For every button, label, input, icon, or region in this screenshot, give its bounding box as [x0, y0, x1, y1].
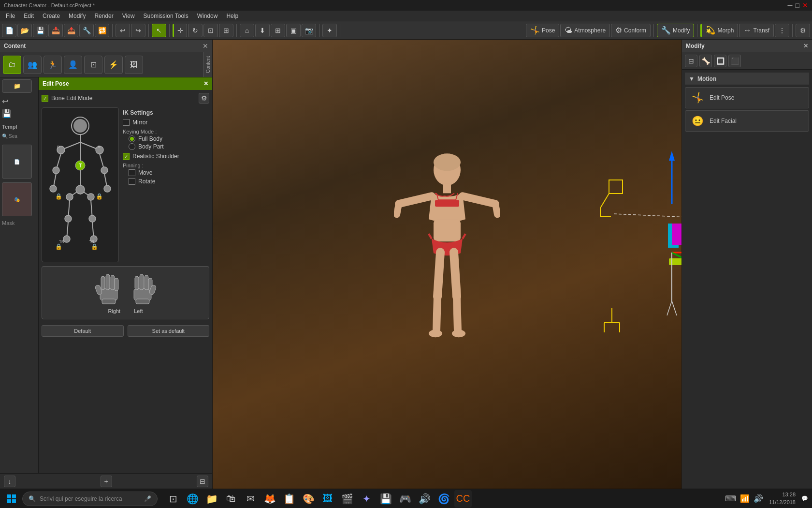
edit-pose-close[interactable]: ✕ — [203, 80, 208, 87]
props-tab[interactable]: 👤 — [64, 56, 82, 74]
move-pin-checkbox[interactable] — [129, 169, 135, 176]
docs-btn[interactable]: 📋 — [280, 490, 298, 508]
taskbar-search[interactable]: 🔍 Scrivi qui per eseguire la ricerca 🎤 — [22, 492, 158, 506]
import-btn[interactable]: 📥 — [48, 24, 63, 37]
bone-edit-gear[interactable]: ⚙ — [199, 93, 209, 104]
hair-tab[interactable]: ⊡ — [84, 56, 102, 74]
transf-btn[interactable]: ↔ Transf — [739, 24, 774, 37]
atmosphere-btn[interactable]: 🌤 Atmosphere — [560, 24, 610, 37]
pose-btn[interactable]: 🤸 Pose — [526, 24, 559, 37]
select-btn[interactable]: ↖ — [152, 24, 166, 37]
vertical-content-tab[interactable]: Content — [203, 52, 212, 77]
conform-btn[interactable]: ⚙ Conform — [611, 24, 651, 37]
ai-btn[interactable]: 🎨 — [300, 490, 317, 508]
bone-edit-checkbox[interactable]: ✓ — [42, 95, 48, 102]
frame-all-btn[interactable]: ▣ — [286, 24, 301, 37]
modify-bones-btn[interactable]: 🦴 — [699, 55, 712, 67]
menu-help[interactable]: Help — [222, 12, 242, 20]
browser2-btn[interactable]: 🦊 — [261, 490, 278, 508]
ps-btn[interactable]: 🖼 — [319, 490, 336, 508]
mail-btn[interactable]: ✉ — [242, 490, 259, 508]
home-view-btn[interactable]: ⌂ — [240, 24, 254, 37]
save-small-btn[interactable]: 💾 — [2, 109, 12, 118]
menu-edit[interactable]: Edit — [20, 12, 38, 20]
layers-btn[interactable]: ⊟ — [197, 476, 208, 487]
viewport[interactable] — [213, 40, 682, 489]
lights-tab[interactable]: ⚡ — [104, 56, 123, 74]
pr-btn[interactable]: 🎬 — [338, 490, 356, 508]
modify-close-btn[interactable]: ✕ — [803, 43, 808, 49]
undo-small-btn[interactable]: ↩ — [2, 97, 8, 106]
menu-modify[interactable]: Modify — [65, 12, 89, 20]
rotate-pin-checkbox[interactable] — [129, 178, 135, 185]
main-toolbar: 📄 📂 💾 📥 📤 🔧 🔁 ↩ ↪ ↖ ✛ ↻ ⊡ ⊞ ⌂ ⬇ ⊞ ▣ 📷 ✦ … — [0, 21, 812, 40]
minimize-btn[interactable]: ─ — [788, 1, 793, 9]
content-inner: 📁 ↩ 💾 Templ 🔍 Sea 📄 🎭 — [0, 77, 212, 473]
maximize-btn[interactable]: □ — [796, 1, 799, 9]
morph-btn[interactable]: 💫 Morph — [700, 24, 738, 37]
content-close-btn[interactable]: ✕ — [203, 42, 208, 50]
undo-btn[interactable]: ↩ — [116, 24, 130, 37]
move-btn[interactable]: ✛ — [173, 24, 187, 37]
task-view-btn[interactable]: ⊡ — [164, 490, 182, 508]
menu-window[interactable]: Window — [193, 12, 222, 20]
realistic-shoulder-checkbox[interactable]: ✓ — [123, 153, 130, 160]
edge-btn[interactable]: 🌐 — [184, 490, 201, 508]
explorer-btn[interactable]: 📁 — [203, 490, 220, 508]
menu-submission-tools[interactable]: Submission Tools — [140, 12, 192, 20]
open-btn[interactable]: 📂 — [17, 24, 32, 37]
vlc-btn[interactable]: 🔊 — [416, 490, 433, 508]
snap-btn[interactable]: ⊞ — [219, 24, 233, 37]
publish-btn[interactable]: 🔧 — [79, 24, 94, 37]
spin-btn[interactable]: 🌀 — [435, 490, 452, 508]
scroll-down-btn[interactable]: ↓ — [4, 476, 15, 487]
svg-line-79 — [614, 214, 682, 219]
render-btn[interactable]: 🔁 — [95, 24, 109, 37]
grid-btn[interactable]: ⊞ — [271, 24, 285, 37]
edit-facial-btn[interactable]: 😐 Edit Facial — [685, 110, 809, 132]
scenes-tab[interactable]: 🗂 — [3, 56, 21, 74]
notification-icon[interactable]: 💬 — [801, 495, 808, 502]
menu-view[interactable]: View — [118, 12, 139, 20]
edit-pose-motion-btn[interactable]: 🤸 Edit Pose — [685, 87, 809, 108]
thumb-1[interactable]: 📄 — [2, 145, 32, 179]
rotate-btn[interactable]: ↻ — [188, 24, 203, 37]
cc-btn[interactable]: CC — [454, 490, 472, 508]
redo-btn[interactable]: ↪ — [131, 24, 145, 37]
add-btn[interactable]: + — [101, 476, 112, 487]
folder-btn[interactable]: 📁 — [2, 79, 32, 93]
new-btn[interactable]: 📄 — [2, 24, 16, 37]
menu-create[interactable]: Create — [39, 12, 64, 20]
scale-btn[interactable]: ⊡ — [203, 24, 218, 37]
settings-btn[interactable]: ⚙ — [796, 24, 810, 37]
close-btn[interactable]: ✕ — [802, 1, 808, 9]
motions-tab[interactable]: 🏃 — [44, 56, 62, 74]
modify-morph-btn[interactable]: 🔳 — [714, 55, 726, 67]
actors-tab[interactable]: 👥 — [23, 56, 42, 74]
extra-btn[interactable]: ⋮ — [775, 24, 789, 37]
store-btn[interactable]: 🛍 — [222, 490, 240, 508]
front-view-btn[interactable]: ⬇ — [255, 24, 270, 37]
light-btn[interactable]: ✦ — [322, 24, 337, 37]
thumb-2[interactable]: 🎭 — [2, 182, 32, 216]
set-default-btn[interactable]: Set as default — [128, 325, 210, 337]
windows-start-btn[interactable] — [4, 491, 19, 507]
modify-btn[interactable]: 🔧 Modify — [657, 24, 694, 37]
window-controls[interactable]: ─ □ ✕ — [788, 1, 808, 9]
menu-render[interactable]: Render — [90, 12, 117, 20]
modify-sliders-btn[interactable]: ⊟ — [685, 55, 697, 67]
ik-settings-title: IK Settings — [123, 109, 209, 116]
save2-btn[interactable]: 💾 — [377, 490, 394, 508]
ae-btn[interactable]: ✦ — [358, 490, 375, 508]
full-body-radio[interactable] — [129, 135, 135, 142]
default-btn[interactable]: Default — [42, 325, 124, 337]
render-settings-btn[interactable]: 📷 — [302, 24, 316, 37]
save-btn[interactable]: 💾 — [33, 24, 47, 37]
gallery-tab[interactable]: 🖼 — [125, 56, 143, 74]
body-part-radio[interactable] — [129, 143, 135, 150]
mirror-checkbox[interactable] — [123, 119, 130, 126]
game-btn[interactable]: 🎮 — [396, 490, 414, 508]
modify-texture-btn[interactable]: ⬛ — [728, 55, 741, 67]
export-btn[interactable]: 📤 — [64, 24, 78, 37]
menu-file[interactable]: File — [2, 12, 19, 20]
